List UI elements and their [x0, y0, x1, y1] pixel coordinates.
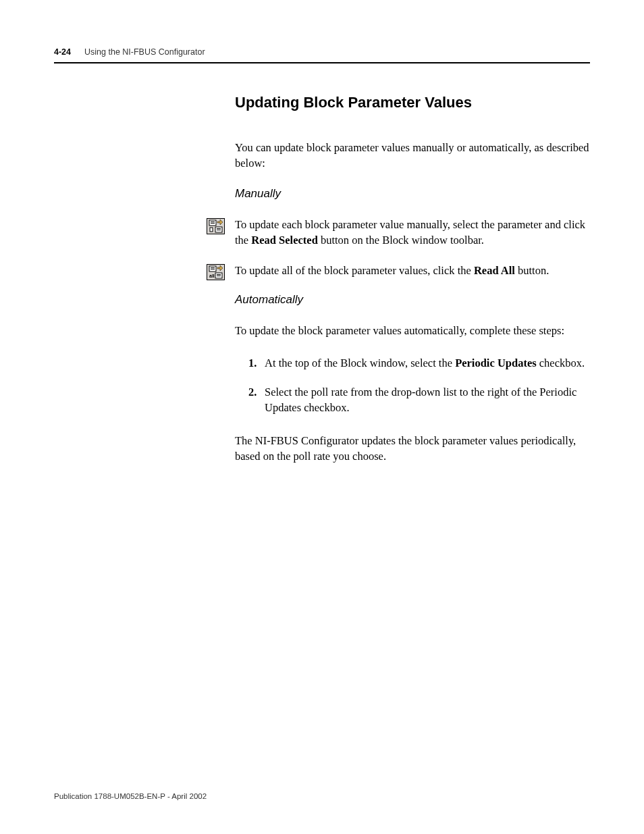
- read-selected-row: To update each block parameter value man…: [235, 217, 590, 248]
- header-title: Using the NI-FBUS Configurator: [84, 47, 205, 57]
- svg-rect-14: [217, 274, 221, 275]
- svg-text:all: all: [209, 273, 215, 278]
- intro-text: You can update block parameter values ma…: [235, 140, 590, 171]
- read-selected-icon: [207, 218, 225, 234]
- read-all-row: all To update all of the block parameter…: [235, 263, 590, 278]
- page-header: 4-24 Using the NI-FBUS Configurator: [54, 47, 590, 63]
- svg-rect-6: [217, 228, 221, 229]
- closing-text: The NI-FBUS Configurator updates the blo…: [235, 433, 590, 464]
- auto-intro-text: To update the block parameter values aut…: [235, 323, 590, 338]
- footer-text: Publication 1788-UM052B-EN-P - April 200…: [54, 792, 207, 800]
- step-1: 1. At the top of the Block window, selec…: [248, 355, 590, 371]
- step-2: 2. Select the poll rate from the drop-do…: [248, 384, 590, 415]
- svg-rect-7: [217, 230, 221, 230]
- read-selected-text: To update each block parameter value man…: [235, 217, 590, 248]
- page-number: 4-24: [54, 47, 71, 57]
- svg-rect-15: [217, 276, 221, 276]
- sub-heading-automatically: Automatically: [235, 293, 590, 307]
- read-all-text: To update all of the block parameter val…: [235, 263, 590, 278]
- svg-rect-11: [211, 269, 215, 269]
- svg-rect-2: [211, 221, 215, 222]
- read-all-icon: all: [207, 264, 225, 280]
- section-title: Updating Block Parameter Values: [235, 94, 590, 111]
- svg-rect-4: [210, 228, 213, 232]
- svg-rect-3: [211, 223, 215, 224]
- svg-rect-10: [211, 267, 215, 268]
- steps-list: 1. At the top of the Block window, selec…: [248, 355, 590, 415]
- sub-heading-manually: Manually: [235, 187, 590, 201]
